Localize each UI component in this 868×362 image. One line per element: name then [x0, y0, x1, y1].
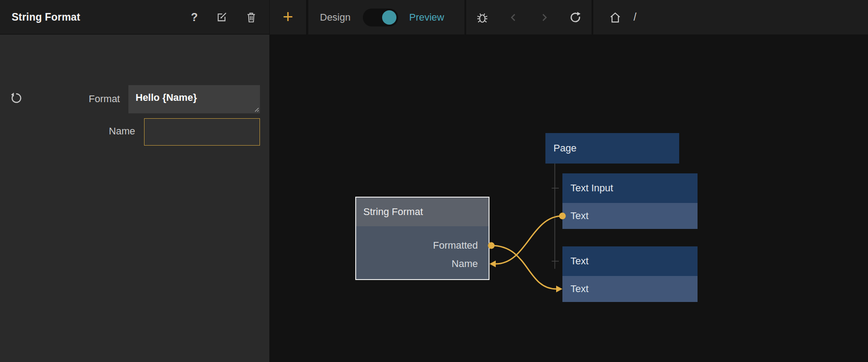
node-text-input-port-row[interactable]: Text: [562, 203, 698, 229]
node-text-title: Text: [570, 255, 588, 267]
edge-formatted-to-text[interactable]: [491, 246, 556, 289]
property-panel: String Format ?: [0, 0, 269, 362]
help-button[interactable]: ?: [191, 11, 198, 24]
node-text-input[interactable]: Text Input Text: [562, 173, 698, 229]
node-page[interactable]: Page: [545, 133, 679, 164]
preview-mode-label[interactable]: Preview: [409, 12, 444, 23]
node-text-input-header[interactable]: Text Input: [562, 173, 698, 203]
node-text-port-label: Text: [570, 283, 588, 295]
toolbar-mode-section: Design Preview: [308, 0, 464, 34]
edge-textinput-to-name[interactable]: [496, 216, 562, 264]
trash-icon: [246, 11, 257, 23]
breadcrumb[interactable]: /: [634, 11, 636, 23]
node-text-input-port-label: Text: [570, 210, 588, 222]
node-text[interactable]: Text Text: [562, 246, 698, 302]
node-text-input-title: Text Input: [570, 182, 613, 194]
design-preview-toggle[interactable]: [363, 9, 398, 26]
refresh-icon: [569, 11, 582, 24]
property-panel-header: String Format ?: [0, 0, 269, 34]
text-input-port-arrow[interactable]: [556, 286, 562, 293]
format-field[interactable]: Hello {Name}: [128, 85, 260, 113]
toggle-knob: [382, 10, 396, 25]
design-mode-label[interactable]: Design: [320, 12, 350, 23]
bug-icon: [476, 11, 489, 24]
help-icon: ?: [191, 11, 198, 24]
toolbar-add-section: +: [270, 0, 306, 34]
toolbar-debug-section: [466, 0, 591, 34]
node-string-format[interactable]: String Format Formatted Name: [355, 197, 489, 280]
name-input-port-arrow[interactable]: [489, 261, 496, 267]
name-field-label: Name: [0, 125, 135, 137]
port-name[interactable]: Name: [356, 254, 489, 273]
chevron-right-icon: [539, 12, 549, 23]
debug-button[interactable]: [476, 11, 489, 24]
home-icon: [608, 11, 622, 24]
node-string-format-header[interactable]: String Format: [356, 198, 489, 226]
node-text-header[interactable]: Text: [562, 246, 698, 276]
node-page-title: Page: [553, 142, 576, 154]
node-string-format-title: String Format: [363, 206, 423, 218]
delete-button[interactable]: [246, 11, 257, 23]
edit-button[interactable]: [216, 11, 228, 23]
panel-title: String Format: [0, 11, 191, 23]
plus-icon: +: [283, 8, 293, 26]
node-string-format-body: Formatted Name: [356, 226, 489, 279]
step-back-button[interactable]: [508, 12, 519, 23]
edit-icon: [216, 11, 228, 23]
step-forward-button[interactable]: [539, 12, 549, 23]
home-button[interactable]: [608, 11, 622, 24]
chevron-left-icon: [508, 12, 519, 23]
port-formatted[interactable]: Formatted: [356, 236, 489, 254]
name-field[interactable]: [144, 118, 260, 146]
toolbar-path-section: /: [593, 0, 868, 34]
node-text-port-row[interactable]: Text: [562, 276, 698, 302]
format-field-label: Format: [0, 93, 120, 105]
node-editor-canvas[interactable]: Page Text Input Text Text Text String Fo…: [269, 0, 868, 362]
refresh-button[interactable]: [569, 11, 582, 24]
add-node-button[interactable]: +: [283, 9, 293, 26]
